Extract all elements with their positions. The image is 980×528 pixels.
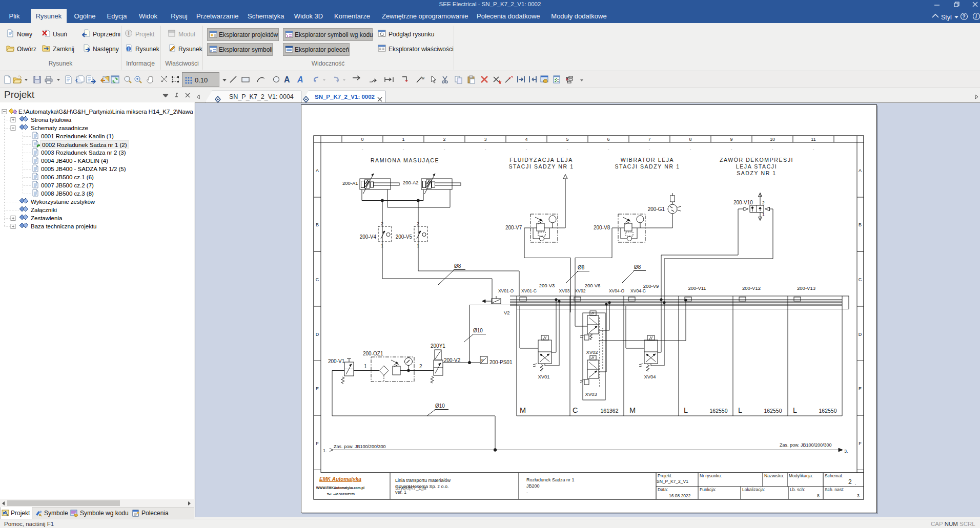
- svg-text:i: i: [128, 47, 130, 52]
- svg-text:6: 6: [607, 137, 609, 142]
- svg-text:200-V1: 200-V1: [328, 358, 345, 364]
- svg-text:16.08.2022: 16.08.2022: [669, 493, 691, 498]
- svg-text:3: 3: [484, 137, 486, 142]
- svg-text:-: -: [731, 146, 732, 151]
- svg-text:200Y1: 200Y1: [431, 343, 445, 349]
- svg-text:Linia transportu materiałów: Linia transportu materiałów: [395, 478, 451, 483]
- svg-text:-: -: [608, 146, 609, 151]
- svg-text:RAMIONA MASUJĄCE: RAMIONA MASUJĄCE: [371, 157, 439, 163]
- svg-text:200-V11: 200-V11: [688, 285, 706, 291]
- svg-text:WWW.EMKAutomatyka.com.pl: WWW.EMKAutomatyka.com.pl: [316, 486, 364, 490]
- svg-text:XV02: XV02: [575, 288, 586, 293]
- svg-text:L: L: [684, 406, 688, 414]
- svg-text:-: -: [526, 490, 528, 495]
- svg-text:162550: 162550: [764, 408, 782, 414]
- svg-text:1: 1: [381, 243, 383, 248]
- svg-text:XV02: XV02: [586, 349, 598, 355]
- svg-text:A: A: [316, 168, 319, 173]
- svg-text:4: 4: [525, 137, 527, 142]
- svg-text:Zas. pow. JB100/200/300: Zas. pow. JB100/200/300: [780, 442, 832, 448]
- svg-text:200-V10: 200-V10: [733, 200, 753, 205]
- svg-text:2: 2: [419, 364, 422, 369]
- svg-text:2: 2: [417, 221, 419, 226]
- svg-text:200-G1: 200-G1: [648, 206, 665, 212]
- svg-text:Zas. pow. JB100/200/300: Zas. pow. JB100/200/300: [334, 444, 386, 449]
- svg-text:1: 1: [762, 212, 765, 217]
- svg-text:Ø8: Ø8: [454, 263, 461, 269]
- svg-text:SADZY NR 1: SADZY NR 1: [737, 170, 777, 176]
- svg-text:JB200: JB200: [526, 483, 540, 489]
- svg-text:-: -: [444, 146, 445, 151]
- svg-text:200-V6: 200-V6: [585, 283, 601, 288]
- svg-text:2: 2: [381, 221, 383, 226]
- svg-text:C: C: [573, 406, 578, 414]
- svg-text:200-V8: 200-V8: [594, 225, 610, 230]
- svg-text:200-V12: 200-V12: [742, 285, 761, 291]
- svg-text:1: 1: [364, 364, 367, 369]
- svg-text:Data:: Data:: [658, 487, 668, 492]
- svg-text:L: L: [738, 406, 742, 414]
- svg-text:L: L: [793, 406, 797, 414]
- svg-text:D: D: [316, 332, 319, 337]
- svg-text:Tel: +48 501307573: Tel: +48 501307573: [327, 493, 355, 496]
- svg-text:-: -: [772, 146, 773, 151]
- svg-text:-: -: [567, 146, 568, 151]
- svg-text:Projekt:: Projekt:: [658, 473, 672, 478]
- svg-text:XV01-O: XV01-O: [498, 288, 514, 293]
- svg-text:XV04-O: XV04-O: [609, 288, 625, 293]
- svg-text:162550: 162550: [709, 408, 727, 414]
- svg-text:EMK Automatyka: EMK Automatyka: [319, 476, 361, 482]
- svg-text:1.: 1.: [323, 448, 327, 453]
- svg-text:200-A1: 200-A1: [342, 180, 358, 186]
- svg-text:9: 9: [730, 137, 732, 142]
- svg-text:Ø8: Ø8: [634, 264, 641, 270]
- svg-text:Schemat:: Schemat:: [825, 473, 843, 478]
- svg-text:-: -: [649, 146, 650, 151]
- svg-text:5: 5: [566, 137, 568, 142]
- svg-text:10: 10: [770, 137, 775, 142]
- svg-text:200-V2: 200-V2: [444, 357, 461, 363]
- svg-text:M: M: [629, 406, 636, 414]
- svg-text:B: B: [859, 222, 862, 227]
- svg-text:8: 8: [689, 137, 691, 142]
- svg-text:WIBRATOR LEJA: WIBRATOR LEJA: [621, 157, 674, 163]
- svg-text:-: -: [813, 146, 814, 151]
- svg-text:C: C: [316, 277, 319, 282]
- svg-text:1: 1: [417, 243, 419, 248]
- svg-text:-: -: [690, 146, 691, 151]
- svg-text:ver. 1: ver. 1: [395, 490, 406, 495]
- svg-text:STACJI SADZY NR 1: STACJI SADZY NR 1: [615, 163, 680, 170]
- svg-text:2: 2: [848, 478, 852, 485]
- svg-text:A: A: [297, 75, 303, 84]
- svg-text:Ø10: Ø10: [473, 328, 483, 333]
- svg-text:200-OZ1: 200-OZ1: [363, 351, 383, 356]
- svg-text:0: 0: [361, 137, 363, 142]
- svg-text:w: w: [421, 76, 425, 80]
- svg-text:-: -: [526, 146, 527, 151]
- svg-text:2: 2: [443, 137, 445, 142]
- svg-text:161362: 161362: [600, 408, 618, 414]
- svg-text:7: 7: [648, 137, 650, 142]
- svg-text:XV04-C: XV04-C: [630, 288, 646, 293]
- svg-text:200-V7: 200-V7: [505, 225, 522, 230]
- svg-text:Sch. nast:: Sch. nast:: [825, 487, 844, 492]
- svg-text:-: -: [403, 146, 404, 151]
- svg-text:D: D: [859, 332, 862, 337]
- svg-text:SN_P_K7_2_V1: SN_P_K7_2_V1: [657, 479, 688, 484]
- svg-text:Nazwisko:: Nazwisko:: [764, 473, 784, 478]
- svg-text:STACJI SADZY NR 1: STACJI SADZY NR 1: [508, 163, 574, 170]
- svg-text:162550: 162550: [819, 408, 836, 414]
- svg-text:Styl: Styl: [941, 14, 952, 21]
- svg-text:A: A: [859, 168, 862, 173]
- svg-text:200-V9: 200-V9: [643, 283, 659, 289]
- svg-text:200-PS01: 200-PS01: [489, 360, 513, 365]
- svg-text:?: ?: [963, 14, 966, 19]
- svg-text:-: -: [485, 146, 486, 151]
- svg-text:Ø10: Ø10: [435, 403, 445, 409]
- svg-text:XV01: XV01: [538, 374, 549, 379]
- svg-text:200-V5: 200-V5: [396, 234, 413, 240]
- svg-text:200-V13: 200-V13: [797, 285, 815, 291]
- svg-text:XV03: XV03: [585, 391, 597, 397]
- svg-text:-: -: [362, 146, 363, 151]
- svg-text:i: i: [975, 14, 977, 19]
